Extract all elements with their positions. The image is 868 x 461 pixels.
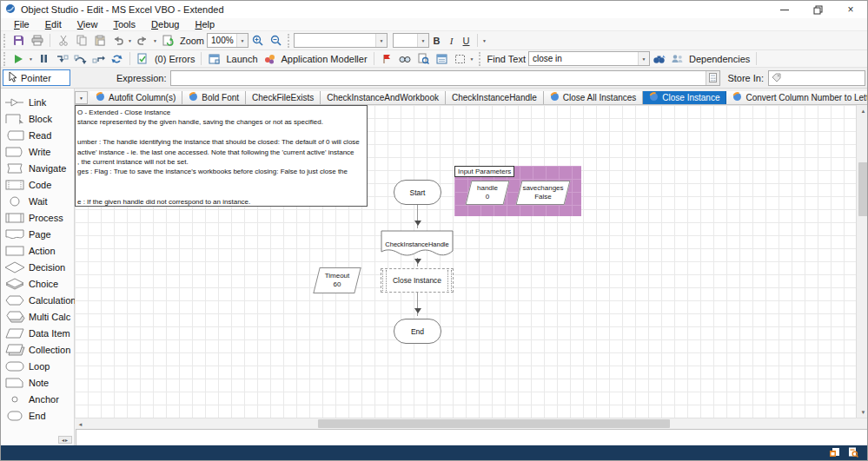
launch-button[interactable]: Launch	[226, 54, 257, 64]
menu-file[interactable]: File	[6, 19, 37, 30]
sidebar-item-note[interactable]: Note	[1, 374, 74, 391]
redo-button[interactable]	[135, 33, 151, 49]
sidebar-item-block[interactable]: Block	[1, 110, 74, 127]
sidebar-item-collection[interactable]: Collection	[1, 341, 74, 358]
tab-convert-column-number-to-letter[interactable]: Convert Column Number to Letter	[726, 91, 868, 104]
menu-tools[interactable]: Tools	[105, 19, 143, 30]
menu-edit[interactable]: Edit	[37, 19, 70, 30]
link-close-to-end[interactable]	[417, 293, 418, 316]
print-button[interactable]	[29, 33, 45, 49]
vertical-scrollbar[interactable]: ▲ ▼	[856, 105, 868, 418]
tab-bold-font[interactable]: Bold Font	[182, 91, 246, 104]
tab-overflow-button[interactable]: ▼	[75, 91, 88, 104]
font-select[interactable]: ▼	[294, 33, 388, 48]
step-over-button[interactable]	[72, 51, 89, 67]
scroll-down-button[interactable]: ▼	[857, 406, 868, 418]
find-next-binoculars-button[interactable]	[651, 51, 667, 67]
close-button[interactable]: ×	[834, 1, 867, 18]
italic-button[interactable]: I	[444, 36, 459, 46]
horizontal-scrollbar[interactable]: ◄ ►	[75, 418, 868, 429]
undo-button[interactable]	[109, 33, 126, 49]
sidebar-item-process[interactable]: Process	[1, 209, 74, 226]
find-text-input[interactable]: close in ▼	[528, 51, 650, 66]
sidebar-item-wait[interactable]: Wait	[1, 193, 74, 209]
status-doc-icon[interactable]	[829, 445, 840, 461]
check-instance-handle-stage[interactable]: CheckInstanceHandle	[381, 230, 454, 258]
application-modeller-button[interactable]: Application Modeller	[282, 54, 368, 64]
underline-button[interactable]: U	[459, 36, 474, 46]
tab-checkinstancehandle[interactable]: CheckInstanceHandle	[446, 91, 544, 104]
close-instance-stage[interactable]: Close Instance	[381, 268, 454, 293]
cut-button[interactable]	[55, 33, 71, 49]
sidebar-item-link[interactable]: Link	[1, 94, 74, 110]
menu-view[interactable]: View	[70, 19, 106, 30]
status-search-icon[interactable]	[847, 445, 858, 461]
dependencies-button[interactable]: Dependencies	[689, 54, 750, 64]
sidebar-item-write[interactable]: Write	[1, 143, 74, 160]
store-in-input[interactable]	[768, 70, 865, 86]
tab-checkfileexists[interactable]: CheckFileExists	[246, 91, 321, 104]
horizontal-scroll-thumb[interactable]	[318, 419, 670, 428]
tab-close-instance[interactable]: Close Instance	[643, 91, 726, 104]
sidebar-collapse-button[interactable]: ◂▸	[58, 436, 72, 444]
expression-input[interactable]	[170, 70, 720, 86]
sidebar-item-decision[interactable]: Decision	[1, 259, 74, 275]
sidebar-item-calculation[interactable]: Calculation	[1, 292, 74, 308]
sidebar-item-end[interactable]: End	[1, 407, 74, 424]
minimize-button[interactable]	[768, 1, 801, 18]
tab-autofit-column-s-[interactable]: Autofit Column(s)	[89, 91, 182, 104]
sidebar-item-loop[interactable]: Loop	[1, 358, 74, 374]
errors-button[interactable]: (0) Errors	[155, 54, 195, 64]
font-color-dropdown[interactable]: ▼	[482, 38, 487, 43]
link-start-to-check[interactable]	[417, 205, 418, 228]
sidebar-item-page[interactable]: Page	[1, 226, 74, 242]
step-in-button[interactable]	[54, 51, 70, 67]
select-region-button[interactable]	[452, 51, 468, 67]
flow-canvas[interactable]: O - Extended - Close Instancestance repr…	[75, 105, 856, 418]
sidebar-item-anchor[interactable]: Anchor	[1, 391, 74, 407]
step-out-button[interactable]	[90, 51, 107, 67]
bold-button[interactable]: B	[429, 36, 444, 46]
zoom-out-button[interactable]	[268, 33, 284, 49]
refresh-page-button[interactable]	[160, 33, 176, 49]
copy-button[interactable]	[73, 33, 89, 49]
pointer-tool-button[interactable]: Pointer	[3, 69, 70, 86]
data-item-handle[interactable]: handle0	[466, 181, 510, 205]
paste-button[interactable]	[91, 33, 108, 49]
zoom-in-button[interactable]	[249, 33, 266, 49]
watch-window-button[interactable]	[434, 51, 450, 67]
page-description-box[interactable]: O - Extended - Close Instancestance repr…	[75, 105, 368, 207]
save-button[interactable]	[10, 33, 27, 49]
data-item-savechanges[interactable]: savechangesFalse	[516, 181, 571, 205]
reset-button[interactable]	[109, 51, 125, 67]
breakpoint-goggles-button[interactable]	[397, 51, 414, 67]
search-page-button[interactable]	[415, 51, 432, 67]
sidebar-item-read[interactable]: Read	[1, 127, 74, 143]
input-parameters-block[interactable]: Input Parameters handle0savechangesFalse	[454, 166, 581, 216]
calculator-button[interactable]	[706, 71, 719, 85]
restore-button[interactable]	[801, 1, 834, 18]
timeout-data-item[interactable]: Timeout 60	[313, 267, 361, 293]
sidebar-item-navigate[interactable]: Navigate	[1, 160, 74, 176]
sidebar-item-action[interactable]: Action	[1, 242, 74, 259]
end-stage[interactable]: End	[394, 319, 441, 344]
font-size-select[interactable]: ▼	[393, 33, 429, 48]
link-check-to-close[interactable]	[417, 258, 418, 267]
zoom-select[interactable]: 100% ▼	[207, 33, 248, 48]
undo-dropdown[interactable]: ▼	[128, 38, 132, 43]
play-dropdown[interactable]: ▼	[29, 56, 33, 62]
tab-checkinstanceandworkbook[interactable]: CheckInstanceAndWorkbook	[321, 91, 446, 104]
sidebar-item-code[interactable]: Code	[1, 176, 74, 193]
select-region-dropdown[interactable]: ▼	[470, 56, 474, 62]
vertical-scroll-thumb[interactable]	[858, 162, 868, 216]
menu-debug[interactable]: Debug	[143, 19, 187, 30]
sidebar-item-choice[interactable]: Choice	[1, 275, 74, 292]
tab-close-all-instances[interactable]: Close All Instances	[544, 91, 644, 104]
sidebar-item-dataitem[interactable]: Data Item	[1, 325, 74, 341]
scroll-up-button[interactable]: ▲	[857, 105, 868, 116]
sidebar-item-multicalc[interactable]: Multi Calc	[1, 308, 74, 325]
menu-help[interactable]: Help	[188, 19, 223, 30]
redo-dropdown[interactable]: ▼	[153, 38, 157, 43]
pause-button[interactable]	[36, 51, 52, 67]
scroll-left-button[interactable]: ◄	[75, 418, 86, 430]
